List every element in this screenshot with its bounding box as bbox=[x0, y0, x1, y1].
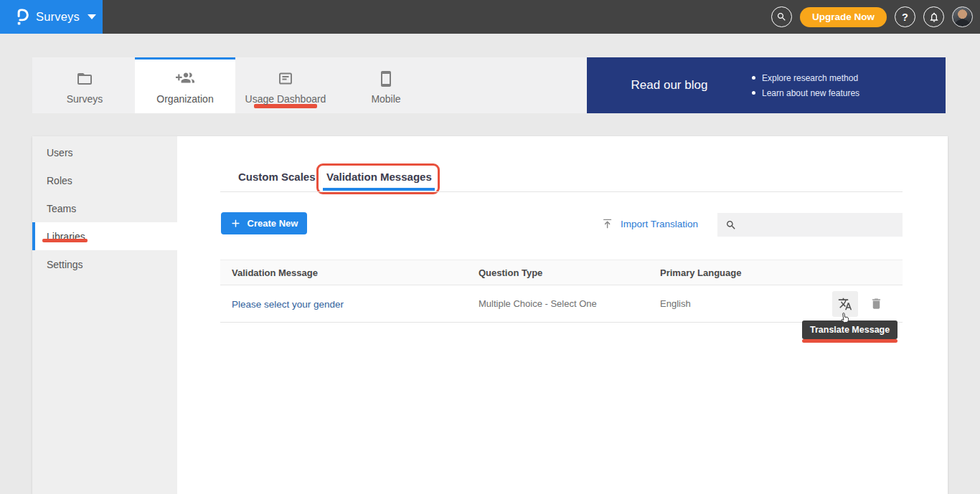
main-tab-strip: Surveys Organization Usage Dashboard Mob… bbox=[32, 57, 587, 113]
create-new-label: Create New bbox=[248, 218, 298, 229]
banner-bullet-list: Explore research method Learn about new … bbox=[752, 73, 859, 98]
banner-bullet: Explore research method bbox=[752, 73, 859, 83]
tabs-divider bbox=[220, 191, 903, 192]
sidebar-item-settings[interactable]: Settings bbox=[32, 250, 177, 278]
translate-icon bbox=[838, 297, 852, 311]
sidebar-item-teams[interactable]: Teams bbox=[32, 194, 177, 222]
primary-language-value: English bbox=[660, 298, 832, 309]
annotation-underline-libraries bbox=[42, 239, 88, 242]
folder-icon bbox=[76, 69, 93, 87]
annotation-box-validation-messages bbox=[316, 163, 440, 194]
help-button[interactable]: ? bbox=[895, 6, 915, 27]
banner-bullet: Learn about new features bbox=[752, 88, 859, 98]
sidebar-item-label: Teams bbox=[47, 203, 76, 214]
tab-mobile[interactable]: Mobile bbox=[336, 57, 436, 113]
chevron-down-icon bbox=[88, 14, 96, 19]
trash-icon bbox=[870, 297, 883, 310]
column-header-question-type: Question Type bbox=[479, 267, 660, 278]
sidebar-item-label: Settings bbox=[47, 259, 83, 270]
table-row: Please select your gender Multiple Choic… bbox=[220, 285, 903, 323]
notifications-button[interactable] bbox=[923, 6, 944, 27]
search-input[interactable] bbox=[743, 219, 886, 230]
import-translation-link[interactable]: Import Translation bbox=[601, 213, 698, 234]
tab-usage-dashboard[interactable]: Usage Dashboard bbox=[235, 57, 336, 113]
hand-cursor-icon bbox=[838, 310, 853, 328]
tab-label: Mobile bbox=[371, 93, 400, 105]
create-new-button[interactable]: Create New bbox=[221, 212, 307, 234]
banner-title: Read our blog bbox=[587, 78, 752, 92]
avatar[interactable] bbox=[952, 6, 973, 27]
annotation-underline-tooltip bbox=[802, 339, 897, 343]
sidebar-item-users[interactable]: Users bbox=[32, 138, 177, 166]
active-indicator bbox=[32, 222, 35, 250]
questionpro-logo-icon bbox=[14, 7, 29, 27]
table-header-row: Validation Message Question Type Primary… bbox=[220, 260, 903, 285]
dashboard-card-icon bbox=[277, 69, 294, 87]
plus-icon bbox=[230, 218, 241, 229]
validation-messages-table: Validation Message Question Type Primary… bbox=[220, 260, 903, 323]
search-icon bbox=[776, 11, 787, 22]
topbar: Surveys Upgrade Now ? bbox=[0, 0, 980, 34]
sidebar-item-label: Roles bbox=[47, 175, 72, 186]
tab-organization[interactable]: Organization bbox=[135, 57, 235, 113]
validation-message-link[interactable]: Please select your gender bbox=[232, 299, 344, 310]
sidebar-item-roles[interactable]: Roles bbox=[32, 166, 177, 194]
blog-banner[interactable]: Read our blog Explore research method Le… bbox=[587, 57, 946, 113]
delete-button[interactable] bbox=[870, 297, 883, 310]
product-name: Surveys bbox=[36, 10, 80, 24]
tab-surveys[interactable]: Surveys bbox=[34, 57, 135, 113]
tab-label: Organization bbox=[156, 93, 213, 105]
brand-product-switcher[interactable]: Surveys bbox=[0, 0, 103, 34]
tab-label: Usage Dashboard bbox=[245, 93, 326, 105]
search-button[interactable] bbox=[771, 6, 792, 27]
group-add-icon bbox=[176, 69, 194, 87]
import-upload-icon bbox=[601, 217, 614, 230]
column-header-validation-message: Validation Message bbox=[220, 267, 479, 278]
organization-sidebar: Users Roles Teams Libraries Settings bbox=[32, 136, 177, 494]
import-translation-label: Import Translation bbox=[621, 219, 698, 229]
help-icon: ? bbox=[902, 11, 908, 23]
smartphone-icon bbox=[377, 69, 395, 87]
sidebar-item-label: Users bbox=[47, 147, 73, 158]
tab-label: Surveys bbox=[67, 93, 103, 105]
libraries-content: Custom Scales Validation Messages Create… bbox=[177, 136, 948, 494]
topbar-actions: Upgrade Now ? bbox=[771, 0, 973, 34]
table-search[interactable] bbox=[717, 213, 903, 237]
question-type-value: Multiple Choice - Select One bbox=[479, 298, 660, 309]
tab-custom-scales[interactable]: Custom Scales bbox=[238, 171, 316, 183]
organization-panel: Users Roles Teams Libraries Settings Cus… bbox=[32, 136, 948, 494]
upgrade-now-button[interactable]: Upgrade Now bbox=[800, 7, 887, 27]
column-header-primary-language: Primary Language bbox=[660, 267, 832, 278]
sidebar-item-libraries[interactable]: Libraries bbox=[32, 222, 177, 250]
bell-icon bbox=[928, 11, 940, 23]
search-icon bbox=[725, 219, 737, 231]
